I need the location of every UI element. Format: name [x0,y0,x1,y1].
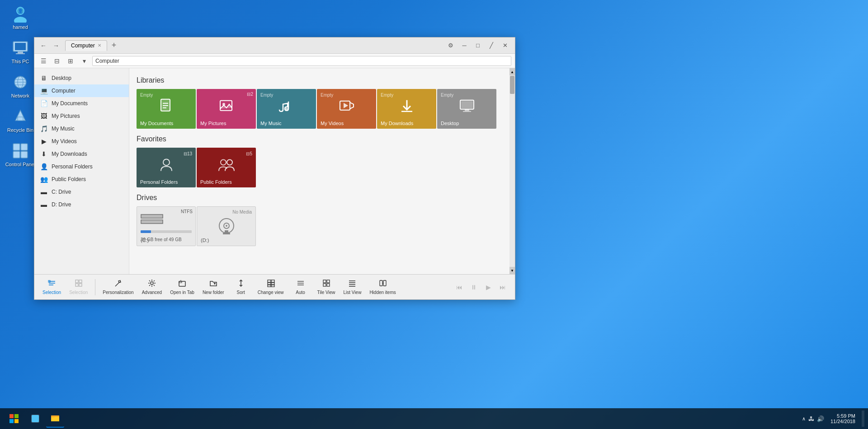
bt-sort-button[interactable]: Sort [230,277,252,297]
layout-toggle-button[interactable]: ⊞ [65,56,76,66]
music-icon: 🎵 [40,125,48,132]
scroll-thumb[interactable] [510,76,514,94]
svg-rect-16 [13,144,20,150]
desktop-icon-user[interactable]: 👤 hamed [5,5,36,30]
svg-rect-67 [271,280,274,282]
sidebar-item-mydocuments[interactable]: 📄 My Documents [34,97,129,110]
tile-public-icon [218,157,235,176]
bt-personalization-label: Personalization [103,290,133,295]
panel-toggle-button[interactable]: ⊟ [52,56,62,66]
bt-auto-button[interactable]: Auto [289,277,312,297]
taskbar-clock[interactable]: 5:59 PM 11/24/2018 [828,413,858,424]
bt-listview-button[interactable]: List View [341,277,364,297]
favorites-title: Favorites [137,135,508,143]
svg-rect-60 [179,281,185,286]
bt-sort-label: Sort [237,290,245,295]
svg-rect-87 [14,414,19,418]
media-play-button[interactable]: ▶ [481,280,495,294]
systray-chevron[interactable]: ∧ [802,416,806,422]
media-pause-button[interactable]: ⏸ [467,280,481,294]
bt-selection2-button[interactable]: Selection [66,277,90,297]
tile-publicfolders[interactable]: ⊟5 Public Folders [197,148,256,187]
bt-selection-button[interactable]: Selection [40,277,64,297]
content-panel: Libraries Empty [129,68,515,274]
bt-hiddenitems-button[interactable]: Hidden items [367,277,398,297]
tile-mydownloads-icon [399,98,415,118]
desktop-icon-network[interactable]: Network [5,73,36,98]
taskbar-search-button[interactable] [26,410,44,428]
desktop-icon-recycle[interactable]: Recycle Bin [5,107,36,133]
media-skipforward-button[interactable]: ⏭ [496,280,509,294]
sidebar-item-mydownloads[interactable]: ⬇ My Downloads [34,148,129,160]
svg-rect-54 [79,280,82,283]
bt-changeview-button[interactable]: Change view [255,277,287,297]
desktop-icons: 👤 hamed This PC Network [5,5,36,167]
scroll-up-button[interactable]: ▲ [509,68,515,75]
add-tab-button[interactable]: + [109,41,119,50]
back-button[interactable]: ← [38,40,49,51]
maximize-button[interactable]: □ [472,39,484,52]
sidebar-item-desktop[interactable]: 🖥 Desktop [34,72,129,84]
bt-openintab-button[interactable]: Open in Tab [167,277,197,297]
tab-computer[interactable]: Computer ✕ [65,40,107,51]
minimize-button[interactable]: ─ [458,39,471,52]
sidebar-label-computer: Computer [52,88,123,94]
desktop-icon-thispc[interactable]: This PC [5,39,36,64]
dropdown-button[interactable]: ▾ [79,56,90,66]
sidebar-item-personalfolders[interactable]: 👤 Personal Folders [34,160,129,173]
tile-desktop[interactable]: Empty Desktop [437,89,496,129]
tab-area: Computer ✕ + [65,40,441,51]
address-bar: ☰ ⊟ ⊞ ▾ Computer [34,54,515,68]
bt-advanced-button[interactable]: Advanced [139,277,165,297]
bt-personalization-button[interactable]: Personalization [100,277,136,297]
close-button[interactable]: ✕ [499,39,511,52]
tile-desktop-icon [459,98,475,118]
openintab-icon [178,279,186,289]
svg-point-39 [227,159,232,165]
tile-mydownloads[interactable]: Empty My Downloads [377,89,436,129]
sidebar-item-cdrive[interactable]: ▬ C: Drive [34,186,129,198]
tile-mymusic[interactable]: Empty My Music [257,89,316,129]
sidebar-item-mymusic[interactable]: 🎵 My Music [34,122,129,135]
start-button[interactable] [4,410,24,428]
bt-tileview-button[interactable]: Tile View [315,277,338,297]
breadcrumb[interactable]: Computer [92,56,511,66]
sidebar-label-mydocuments: My Documents [52,100,123,107]
taskbar-explorer-button[interactable] [46,410,64,428]
sidebar-item-ddrive[interactable]: ▬ D: Drive [34,198,129,211]
sort-icon [237,279,245,289]
sidebar-label-mymusic: My Music [52,126,123,132]
sidebar-item-computer[interactable]: 💻 Computer [34,84,129,97]
restore-button[interactable]: ╱ [485,39,498,52]
tile-myvideos[interactable]: Empty My Videos [317,89,376,129]
scroll-down-button[interactable]: ▼ [509,267,515,274]
forward-button[interactable]: → [51,40,61,51]
scrollbar-v: ▲ ▼ [509,68,515,274]
media-skipback-button[interactable]: ⏮ [453,280,466,294]
svg-rect-5 [15,43,26,50]
svg-rect-94 [51,415,55,417]
sidebar-label-publicfolders: Public Folders [52,176,123,182]
desktop-icon-controlpanel[interactable]: Control Panel [5,142,36,167]
tile-mydocuments[interactable]: Empty My Documents [137,89,196,129]
bt-auto-label: Auto [296,290,305,295]
tile-personalfolders[interactable]: ⊟13 Personal Folders [137,148,196,187]
tab-close-button[interactable]: ✕ [98,43,101,48]
svg-rect-83 [380,280,382,286]
drive-c[interactable]: NTFS 39 GB free of 49 G [137,206,196,246]
drive-d[interactable]: No Media (D:) [197,206,256,246]
show-desktop-button[interactable] [862,410,864,427]
bt-listview-label: List View [344,290,362,295]
svg-rect-75 [323,280,326,283]
settings-button[interactable]: ⚙ [444,39,457,52]
sidebar-item-publicfolders[interactable]: 👥 Public Folders [34,173,129,186]
bt-newfolder-button[interactable]: New folder [200,277,227,297]
tile-mypictures[interactable]: ⊟2 My Pictures [197,89,256,129]
sidebar-item-mypictures[interactable]: 🖼 My Pictures [34,110,129,122]
svg-rect-19 [21,151,28,158]
scroll-track [509,94,515,267]
sidebar-item-myvideos[interactable]: ▶ My Videos [34,135,129,148]
hamburger-button[interactable]: ☰ [38,56,49,66]
bt-newfolder-label: New folder [203,290,224,295]
svg-rect-34 [461,101,473,108]
